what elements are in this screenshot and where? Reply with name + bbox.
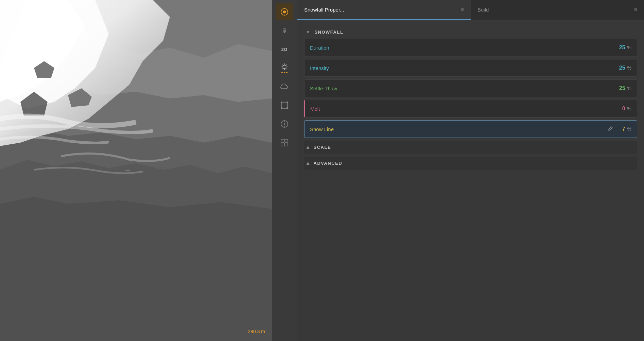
weather-dots: [281, 72, 288, 73]
melt-row: Melt 0 %: [304, 100, 637, 118]
svg-point-34: [284, 123, 285, 125]
svg-rect-29: [281, 102, 282, 103]
eye-icon: [280, 7, 289, 16]
sidebar-toolbar: 2D: [272, 0, 297, 341]
transform-button[interactable]: [276, 97, 293, 114]
grid-icon: [280, 139, 289, 147]
melt-label: Melt: [305, 106, 617, 112]
build-menu-icon[interactable]: ≡: [634, 7, 637, 13]
snowfall-chevron: ▼: [306, 30, 310, 35]
svg-rect-31: [281, 107, 282, 109]
snow-line-row: Snow Line 7 %: [304, 120, 637, 138]
snow-line-value-area: 7 %: [608, 126, 637, 132]
intensity-unit: %: [627, 65, 631, 71]
section-scale: ▶ SCALE: [304, 141, 637, 154]
section-advanced-header[interactable]: ▶ ADVANCED: [304, 157, 637, 170]
pin-icon: [280, 26, 289, 35]
melt-unit: %: [627, 106, 631, 111]
intensity-value-area: 25 %: [617, 65, 637, 71]
svg-rect-32: [286, 107, 288, 109]
tab-properties[interactable]: Snowfall Proper... ≡: [297, 0, 471, 20]
section-snowfall: ▼ SNOWFALL Duration 25 % Intensity 25 %: [304, 25, 637, 138]
terrain-svg: [0, 0, 272, 341]
advanced-chevron: ▶: [305, 161, 310, 165]
cloud-button[interactable]: [276, 78, 293, 95]
svg-point-19: [283, 65, 286, 69]
svg-line-27: [282, 69, 283, 69]
settle-value-area: 25 %: [617, 85, 637, 91]
settle-value: 25: [617, 85, 625, 91]
intensity-row: Intensity 25 %: [304, 59, 637, 77]
dot-3: [286, 72, 288, 73]
section-scale-label: SCALE: [314, 145, 331, 150]
svg-line-26: [286, 65, 287, 65]
section-scale-header[interactable]: ▶ SCALE: [304, 141, 637, 154]
section-advanced-label: ADVANCED: [314, 161, 343, 166]
pin-button[interactable]: [276, 22, 293, 39]
section-advanced: ▶ ADVANCED: [304, 157, 637, 170]
tab-properties-label: Snowfall Proper...: [304, 7, 344, 13]
transform-icon: [280, 101, 289, 109]
duration-row: Duration 25 %: [304, 39, 637, 56]
melt-value-area: 0 %: [617, 106, 637, 112]
settle-thaw-label: Settle-Thaw: [304, 86, 617, 91]
intensity-value: 25: [617, 65, 625, 71]
svg-line-43: [611, 127, 612, 128]
duration-unit: %: [627, 45, 631, 50]
sun-dots-container: [281, 63, 288, 73]
svg-line-24: [282, 65, 283, 65]
duration-value: 25: [617, 44, 625, 51]
snow-line-value: 7: [617, 126, 625, 132]
section-snowfall-label: SNOWFALL: [314, 30, 343, 35]
properties-menu-icon[interactable]: ≡: [461, 7, 464, 13]
grid-button[interactable]: [276, 134, 293, 151]
scale-chevron: ▶: [305, 145, 310, 149]
view-button[interactable]: [276, 3, 293, 20]
tab-bar: Snowfall Proper... ≡ Build ≡: [297, 0, 644, 20]
properties-content: ▼ SNOWFALL Duration 25 % Intensity 25 %: [297, 20, 644, 341]
svg-marker-5: [0, 197, 272, 341]
duration-value-area: 25 %: [617, 44, 637, 51]
dot-2: [284, 72, 285, 73]
svg-rect-39: [281, 139, 284, 142]
tab-build-label: Build: [477, 7, 489, 13]
settle-thaw-row: Settle-Thaw 25 %: [304, 79, 637, 97]
tab-build[interactable]: Build ≡: [471, 0, 644, 20]
svg-rect-42: [285, 143, 288, 146]
pencil-icon: [608, 126, 613, 131]
section-snowfall-header[interactable]: ▼ SNOWFALL: [304, 25, 637, 39]
compass-icon: [280, 120, 289, 128]
crosshair: [125, 168, 130, 173]
dot-1: [281, 72, 283, 73]
svg-point-13: [283, 11, 286, 13]
duration-label: Duration: [304, 45, 617, 51]
svg-rect-41: [281, 143, 284, 146]
terrain-view: 290.3 m: [0, 0, 272, 341]
melt-value: 0: [617, 106, 625, 112]
2d-label: 2D: [281, 47, 288, 52]
compass-button[interactable]: [276, 115, 293, 132]
weather-button[interactable]: [276, 59, 293, 76]
svg-rect-40: [285, 139, 288, 142]
snow-line-edit-icon[interactable]: [608, 126, 613, 132]
properties-panel: Snowfall Proper... ≡ Build ≡ ▼ SNOWFALL …: [297, 0, 644, 341]
settle-unit: %: [627, 86, 631, 91]
viewport: 290.3 m: [0, 0, 272, 341]
2d-toggle-button[interactable]: 2D: [276, 41, 293, 58]
snow-line-label: Snow Line: [304, 126, 608, 132]
svg-line-25: [286, 69, 287, 69]
svg-rect-30: [286, 102, 288, 103]
cloud-icon: [280, 83, 289, 90]
sun-icon: [281, 63, 288, 71]
distance-label: 290.3 m: [248, 329, 265, 334]
snow-line-unit: %: [627, 126, 631, 132]
intensity-label: Intensity: [304, 65, 617, 71]
